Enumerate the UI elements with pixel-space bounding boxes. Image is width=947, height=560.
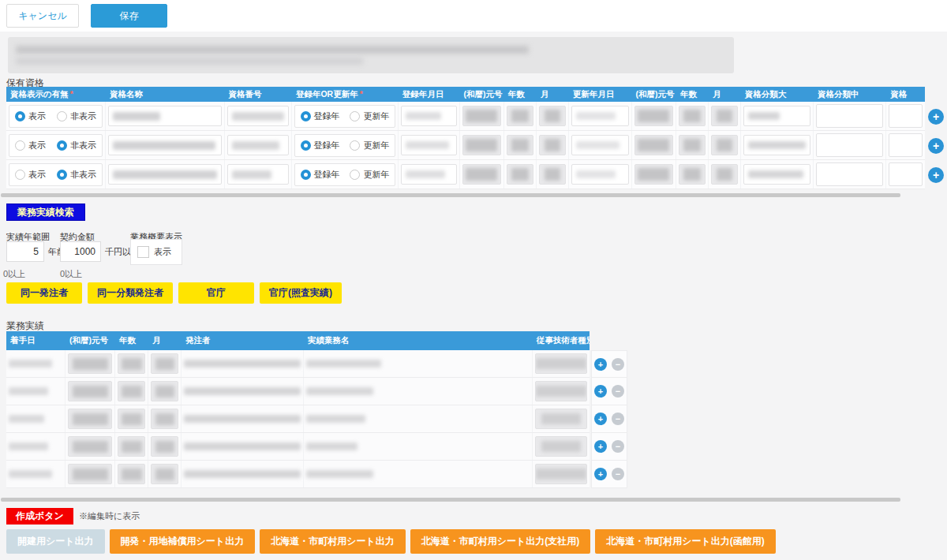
add-row-icon[interactable]: + (928, 138, 944, 154)
radio-show[interactable]: 表示 (15, 110, 46, 122)
qualification-input[interactable] (889, 133, 923, 157)
start-era-select[interactable] (68, 381, 112, 401)
remove-row-icon[interactable]: − (612, 468, 624, 480)
remove-row-icon[interactable]: − (612, 385, 624, 398)
radio-show[interactable]: 表示 (15, 169, 46, 181)
reg-era-select[interactable] (462, 164, 501, 185)
radio-hide[interactable]: 非表示 (57, 110, 96, 122)
update-date-input[interactable] (571, 106, 629, 126)
update-month-select[interactable] (711, 135, 738, 155)
start-era-select[interactable] (68, 436, 112, 457)
sheet-output-button-1[interactable]: 開発・用地補償用シート出力 (110, 529, 256, 554)
radio-update-year[interactable]: 更新年 (350, 110, 389, 122)
remove-row-icon[interactable]: − (612, 440, 624, 453)
radio-update-year[interactable]: 更新年 (350, 169, 389, 181)
start-era-select[interactable] (68, 464, 112, 484)
reg-era-select[interactable] (462, 135, 501, 155)
tech-type-select[interactable] (535, 353, 587, 374)
radio-hide[interactable]: 非表示 (57, 169, 96, 181)
search-action-button-1[interactable]: 同一分類発注者 (88, 282, 173, 304)
save-button[interactable]: 保存 (91, 4, 167, 28)
sheet-output-button-3[interactable]: 北海道・市町村用シート出力(支社用) (410, 529, 591, 554)
tech-type-select[interactable] (535, 436, 587, 457)
qualification-input[interactable] (889, 162, 923, 186)
category-large-input[interactable] (743, 106, 810, 126)
start-month-select[interactable] (151, 381, 178, 401)
category-middle-input[interactable] (816, 133, 883, 157)
reg-era-select[interactable] (462, 106, 501, 126)
update-month-select[interactable] (711, 164, 738, 185)
update-era-select[interactable] (634, 135, 673, 155)
reg-month-select[interactable] (539, 164, 566, 185)
category-large-input[interactable] (743, 164, 810, 185)
add-row-icon[interactable]: + (594, 440, 607, 453)
start-month-select[interactable] (151, 436, 178, 457)
category-large-input[interactable] (743, 135, 810, 155)
add-row-icon[interactable]: + (928, 109, 944, 125)
remove-row-icon[interactable]: − (612, 358, 624, 371)
radio-hide[interactable]: 非表示 (57, 140, 96, 151)
reg-years-select[interactable] (507, 135, 533, 155)
tech-type-select[interactable] (535, 381, 587, 401)
qual-number-input[interactable] (227, 135, 289, 155)
start-years-select[interactable] (118, 409, 145, 429)
horizontal-scrollbar[interactable] (1, 193, 900, 197)
summary-display-checkbox[interactable] (137, 246, 149, 258)
radio-reg-year[interactable]: 登録年 (301, 140, 340, 151)
year-range-input[interactable] (6, 241, 44, 262)
tech-type-select[interactable] (535, 409, 587, 429)
radio-show[interactable]: 表示 (15, 140, 46, 151)
add-row-icon[interactable]: + (594, 413, 607, 425)
reg-years-select[interactable] (507, 164, 533, 185)
update-date-input[interactable] (571, 164, 629, 185)
qual-name-input[interactable] (108, 164, 221, 185)
add-row-icon[interactable]: + (594, 468, 607, 480)
sheet-output-button-4[interactable]: 北海道・市町村用シート出力(函館用) (595, 529, 776, 554)
radio-update-year[interactable]: 更新年 (350, 140, 389, 151)
qualification-input[interactable] (889, 104, 923, 128)
update-month-select[interactable] (711, 106, 738, 126)
qual-number-input[interactable] (227, 164, 289, 185)
update-years-select[interactable] (679, 164, 706, 185)
reg-years-select[interactable] (507, 106, 533, 126)
start-years-select[interactable] (118, 464, 145, 484)
sheet-output-button-0[interactable]: 開建用シート出力 (6, 529, 105, 554)
update-date-input[interactable] (571, 135, 629, 155)
update-era-select[interactable] (634, 106, 673, 126)
qual-number-input[interactable] (227, 106, 289, 126)
start-era-select[interactable] (68, 353, 112, 374)
sheet-output-button-2[interactable]: 北海道・市町村用シート出力 (260, 529, 406, 554)
reg-date-input[interactable] (401, 106, 457, 126)
contract-amount-input[interactable] (60, 241, 101, 262)
add-row-icon[interactable]: + (928, 167, 944, 183)
category-middle-input[interactable] (816, 104, 883, 128)
start-month-select[interactable] (151, 464, 178, 484)
search-action-button-0[interactable]: 同一発注者 (6, 282, 82, 304)
radio-reg-year[interactable]: 登録年 (301, 110, 340, 122)
start-month-select[interactable] (151, 353, 178, 374)
horizontal-scrollbar[interactable] (1, 498, 900, 502)
cancel-button[interactable]: キャンセル (6, 4, 79, 28)
category-middle-input[interactable] (816, 162, 883, 186)
reg-month-select[interactable] (539, 135, 566, 155)
reg-month-select[interactable] (539, 106, 566, 126)
reg-date-input[interactable] (401, 135, 457, 155)
start-era-select[interactable] (68, 409, 112, 429)
remove-row-icon[interactable]: − (612, 413, 624, 425)
update-era-select[interactable] (634, 164, 673, 185)
start-month-select[interactable] (151, 409, 178, 429)
update-years-select[interactable] (679, 106, 706, 126)
update-years-select[interactable] (679, 135, 706, 155)
add-row-icon[interactable]: + (594, 358, 607, 371)
start-years-select[interactable] (118, 436, 145, 457)
tech-type-select[interactable] (535, 464, 587, 484)
radio-reg-year[interactable]: 登録年 (301, 169, 340, 181)
search-action-button-2[interactable]: 官庁 (178, 282, 254, 304)
start-years-select[interactable] (118, 353, 145, 374)
qual-name-input[interactable] (108, 135, 221, 155)
start-years-select[interactable] (118, 381, 145, 401)
add-row-icon[interactable]: + (594, 385, 607, 398)
search-action-button-3[interactable]: 官庁(照査実績) (260, 282, 342, 304)
qual-name-input[interactable] (108, 106, 221, 126)
reg-date-input[interactable] (401, 164, 457, 185)
